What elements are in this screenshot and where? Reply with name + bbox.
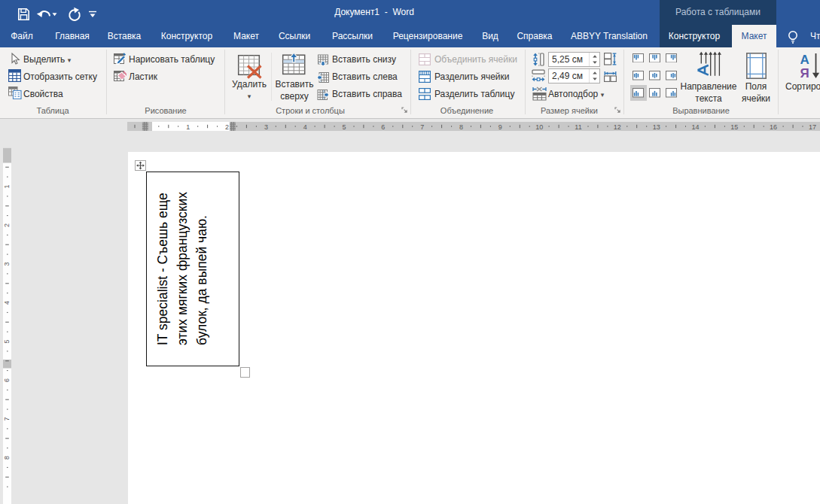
svg-text:1: 1 — [3, 184, 11, 188]
svg-text:17: 17 — [809, 123, 816, 130]
svg-text:7: 7 — [420, 123, 424, 130]
svg-text:3: 3 — [264, 123, 268, 130]
svg-text:13: 13 — [653, 123, 660, 130]
svg-text:5: 5 — [3, 339, 11, 343]
svg-text:8: 8 — [459, 123, 463, 130]
svg-text:4: 4 — [3, 301, 11, 305]
svg-text:2: 2 — [3, 223, 11, 227]
svg-text:9: 9 — [498, 123, 502, 130]
svg-text:15: 15 — [730, 123, 738, 130]
svg-text:4: 4 — [303, 123, 307, 130]
svg-text:8: 8 — [3, 456, 11, 460]
svg-text:10: 10 — [535, 123, 543, 130]
svg-text:16: 16 — [770, 123, 777, 130]
svg-text:2: 2 — [225, 123, 229, 130]
svg-text:11: 11 — [575, 123, 581, 130]
svg-text:12: 12 — [614, 123, 621, 130]
svg-text:6: 6 — [381, 123, 385, 130]
svg-text:А: А — [800, 53, 809, 67]
svg-text:3: 3 — [3, 262, 11, 266]
svg-text:Я: Я — [800, 66, 809, 79]
svg-text:7: 7 — [3, 417, 11, 421]
svg-text:6: 6 — [3, 378, 11, 382]
svg-text:14: 14 — [691, 123, 699, 130]
svg-text:5: 5 — [342, 123, 346, 130]
svg-text:1: 1 — [186, 123, 190, 130]
